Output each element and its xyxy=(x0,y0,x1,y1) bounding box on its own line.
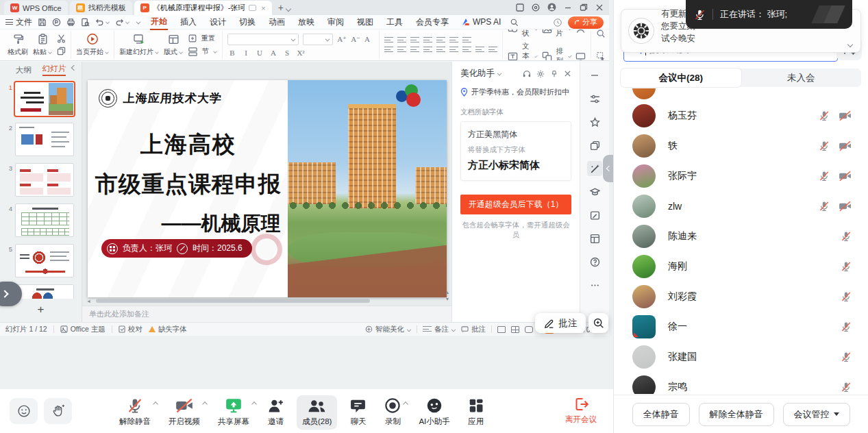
layout-button[interactable]: 版式 xyxy=(164,34,183,57)
reset-button[interactable]: 重置 xyxy=(188,34,217,43)
toolbar-camera-off-button[interactable]: 开启视频 xyxy=(163,395,206,430)
section-button[interactable]: 节 xyxy=(188,47,217,57)
collapse-icon[interactable] xyxy=(587,68,602,83)
member-row[interactable]: zlw xyxy=(614,191,868,221)
unmute-all-button[interactable]: 解除全体静音 xyxy=(699,403,774,426)
annotate-float-button[interactable]: 批注 xyxy=(535,313,586,333)
zoom-in-float-button[interactable] xyxy=(588,313,608,333)
notes-bar[interactable]: 单击此处添加备注 xyxy=(82,306,451,322)
font-style-button-B[interactable]: B xyxy=(227,49,237,57)
collapse-panel-icon[interactable] xyxy=(71,65,77,71)
char-spacing-icon[interactable] xyxy=(436,37,445,43)
format-painter-button[interactable]: 格式刷 xyxy=(8,34,28,57)
ribbon-tab-6[interactable]: 审阅 xyxy=(327,15,345,29)
caret-up-icon[interactable] xyxy=(202,401,208,407)
share-button[interactable]: 分享 xyxy=(568,16,604,29)
missing-font-item[interactable]: 缺失字体 xyxy=(149,325,187,334)
theme-item[interactable]: Office 主题 xyxy=(60,325,106,334)
skin-icon[interactable] xyxy=(532,3,540,12)
font-size-select[interactable] xyxy=(303,34,333,45)
reading-view-icon[interactable] xyxy=(525,326,533,333)
undo-icon[interactable] xyxy=(95,18,110,27)
headset-icon[interactable] xyxy=(523,70,531,78)
member-row[interactable]: 海刚 xyxy=(614,251,868,282)
vertical-scrollbar[interactable]: ▲▼ xyxy=(444,62,451,304)
pin-icon[interactable] xyxy=(550,70,558,78)
toolbar-share-screen-button[interactable]: 共享屏幕 xyxy=(212,395,255,430)
indent-icon[interactable] xyxy=(423,37,432,43)
notes-item[interactable]: 备注 xyxy=(423,325,456,334)
align-center-icon[interactable] xyxy=(397,47,406,53)
minimize-icon[interactable] xyxy=(564,3,572,12)
redo-icon[interactable] xyxy=(115,18,129,27)
sync-icon[interactable] xyxy=(553,18,562,27)
copy-icon[interactable] xyxy=(57,47,66,55)
comments-item[interactable]: 批注 xyxy=(461,325,486,334)
slide-thumbnail-2[interactable]: 2 xyxy=(4,123,82,156)
portrait-icon[interactable] xyxy=(575,29,586,34)
doc-tab-0[interactable]: WWPS Office xyxy=(4,1,68,15)
toolbar-ai-assistant-button[interactable]: AI小助手 xyxy=(413,395,455,430)
account-icon[interactable] xyxy=(547,3,556,12)
emoji-reaction-button[interactable] xyxy=(10,398,38,424)
doc-tab-1[interactable]: 稻找稻壳模板 xyxy=(70,1,132,15)
scroll-left-arrow-icon[interactable]: ◄ xyxy=(86,299,91,304)
ribbon-tab-3[interactable]: 切换 xyxy=(238,15,256,29)
horizontal-scrollbar[interactable]: ◄ xyxy=(86,298,388,304)
promo-row[interactable]: 开学季特惠，会员限时折扣中 xyxy=(460,87,571,97)
maximize-icon[interactable] xyxy=(580,3,588,12)
member-row[interactable]: 杨玉芬 xyxy=(614,101,868,131)
new-slide-button[interactable]: 新建幻灯片 xyxy=(119,33,159,57)
member-row[interactable]: 张建国 xyxy=(614,342,868,372)
toolbar-members-button[interactable]: 成员(28) xyxy=(297,395,337,430)
help-icon[interactable] xyxy=(587,254,602,269)
chevron-down-icon[interactable] xyxy=(497,71,502,75)
outdent-icon[interactable] xyxy=(410,37,419,43)
ribbon-tab-2[interactable]: 设计 xyxy=(209,15,227,29)
textbox-button[interactable]: 文本框 xyxy=(508,42,538,61)
caret-up-icon[interactable] xyxy=(251,401,257,407)
font-style-button-I[interactable]: I xyxy=(241,49,251,57)
close-icon[interactable] xyxy=(595,3,604,12)
slide-thumbnail-5[interactable]: 5 xyxy=(4,244,82,277)
search-icon[interactable] xyxy=(510,18,519,27)
sign-icon[interactable] xyxy=(587,208,602,223)
ribbon-tab-5[interactable]: 放映 xyxy=(297,15,315,29)
find-button[interactable]: 查找 xyxy=(596,29,609,43)
caret-up-icon[interactable] xyxy=(153,401,158,407)
ribbon-tab-0[interactable]: 开始 xyxy=(150,14,168,30)
slide-canvas[interactable]: 上海应用技术大学 上海高校 市级重点课程申报 ——机械原理 负责人：张珂 xyxy=(88,80,447,297)
member-row[interactable]: 刘彩霞 xyxy=(614,282,868,312)
distribute-icon[interactable] xyxy=(436,47,445,53)
outline-tab[interactable]: 大纲 xyxy=(16,65,32,75)
new-tab-button[interactable]: + xyxy=(278,2,284,13)
normal-view-icon[interactable] xyxy=(497,326,506,333)
expand-panel-tab[interactable] xyxy=(603,155,613,182)
more-icon[interactable] xyxy=(587,277,602,293)
slide-thumbnail-3[interactable]: 3 xyxy=(4,163,82,197)
member-row[interactable]: 徐一 xyxy=(614,312,868,342)
member-row[interactable]: 张际宇 xyxy=(614,161,868,191)
member-row[interactable]: 陈迪来 xyxy=(614,221,868,251)
text-direction-icon[interactable] xyxy=(462,37,471,43)
cut-icon[interactable] xyxy=(57,34,66,43)
align-right-icon[interactable] xyxy=(410,47,419,53)
gear-icon[interactable] xyxy=(536,70,545,78)
number-list-icon[interactable] xyxy=(397,37,406,43)
picture-button[interactable]: 图片 xyxy=(542,29,572,38)
paste-button[interactable]: 粘贴 xyxy=(33,34,52,57)
smart-align-icon[interactable] xyxy=(488,47,497,53)
slide-sorter-view-icon[interactable] xyxy=(511,326,519,333)
save-icon[interactable] xyxy=(38,18,47,27)
close-icon[interactable] xyxy=(564,70,571,78)
ribbon-tab-10[interactable]: WPS AI xyxy=(461,16,501,28)
ribbon-tab-9[interactable]: 会员专享 xyxy=(415,15,449,29)
assistant-title[interactable]: 美化助手 xyxy=(460,68,495,79)
preview-icon[interactable] xyxy=(81,18,90,27)
font-style-button-X²[interactable]: X² xyxy=(296,49,306,57)
print-icon[interactable] xyxy=(66,18,75,27)
slides-tab[interactable]: 幻灯片 xyxy=(42,64,66,76)
mute-all-button[interactable]: 全体静音 xyxy=(632,403,690,426)
font-style-button-U[interactable]: U xyxy=(255,49,264,57)
download-fonts-button[interactable]: 开通超级会员后下载（1） xyxy=(460,195,571,214)
